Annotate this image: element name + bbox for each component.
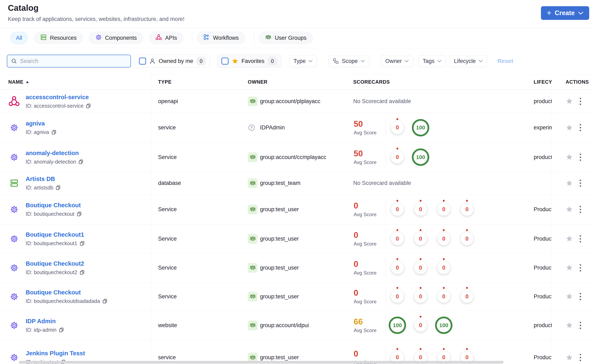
scorecard-check[interactable]: 0	[409, 232, 432, 245]
lifecycle-cell: Production	[524, 282, 552, 311]
kebab-menu-button[interactable]	[578, 353, 582, 362]
tab-components[interactable]: Components	[89, 32, 143, 44]
entity-name-link[interactable]: Boutique Checkout1	[26, 231, 84, 238]
scorecard-check[interactable]: 0	[386, 290, 409, 303]
scorecard-check[interactable]: 0	[455, 290, 479, 303]
kebab-menu-button[interactable]	[578, 204, 582, 214]
scorecard-check[interactable]: 100	[409, 148, 432, 166]
check-score-100: 100	[435, 317, 453, 334]
type-cell: Service	[152, 253, 248, 282]
scorecard-check[interactable]: 0	[409, 203, 432, 216]
reset-filters-button[interactable]: Reset	[497, 58, 513, 64]
kebab-menu-button[interactable]	[578, 97, 582, 106]
owned-by-me-filter[interactable]: Owned by me 0	[135, 55, 210, 68]
type-cell: service	[152, 113, 248, 142]
copy-icon[interactable]	[85, 103, 91, 109]
favorite-star-button[interactable]	[566, 322, 573, 329]
scorecard-check[interactable]: 0	[432, 232, 455, 245]
scorecard-check[interactable]: 0	[386, 203, 409, 216]
favorite-star-button[interactable]	[566, 124, 573, 132]
scorecard-check[interactable]: 0	[409, 317, 432, 334]
entity-name-link[interactable]: Jenkins Plugin Tesst	[26, 350, 85, 357]
scorecard-check[interactable]: 0	[386, 232, 409, 245]
copy-icon[interactable]	[79, 270, 85, 275]
scorecard-check[interactable]: 0	[386, 148, 409, 166]
favorite-star-button[interactable]	[566, 354, 573, 361]
entity-name-link[interactable]: Boutique Checkout	[26, 202, 81, 209]
copy-icon[interactable]	[59, 327, 64, 333]
scorecard-check[interactable]: 0	[432, 261, 455, 274]
scorecard-check[interactable]: 0	[432, 203, 455, 216]
owner-name: group:test_team	[260, 180, 300, 186]
favorite-star-button[interactable]	[566, 180, 573, 187]
column-header-type[interactable]: TYPE	[152, 74, 248, 90]
favorites-filter[interactable]: Favorites 0	[217, 55, 282, 68]
owned-by-me-checkbox[interactable]	[139, 57, 146, 65]
favorite-star-button[interactable]	[566, 235, 573, 242]
tab-apis[interactable]: APIs	[149, 32, 183, 44]
scorecard-check[interactable]: 0	[455, 203, 479, 216]
entity-name-link[interactable]: agniva	[26, 120, 45, 127]
tab-all[interactable]: All	[10, 32, 28, 44]
database-icon	[8, 179, 20, 188]
favorite-star-button[interactable]	[566, 293, 573, 300]
favorites-count: 0	[268, 56, 277, 66]
gear-icon	[8, 292, 20, 301]
kebab-menu-button[interactable]	[578, 292, 582, 301]
scorecard-check[interactable]: 0	[432, 290, 455, 303]
type-cell: database	[152, 172, 248, 194]
copy-icon[interactable]	[55, 185, 61, 190]
lifecycle-cell	[524, 172, 552, 194]
scorecard-check[interactable]: 0	[409, 290, 432, 303]
lifecycle-cell: Production	[524, 224, 552, 253]
kebab-menu-button[interactable]	[578, 178, 582, 188]
scope-dropdown[interactable]: Scope	[328, 55, 369, 67]
copy-icon[interactable]	[79, 241, 85, 246]
scorecards-cell: No Scorecard available	[353, 90, 524, 113]
copy-icon[interactable]	[51, 129, 57, 135]
scorecard-check[interactable]: 100	[409, 119, 432, 136]
tab-workflows[interactable]: Workflows	[197, 32, 245, 44]
tab-user-groups[interactable]: User Groups	[259, 32, 313, 44]
entity-name-link[interactable]: anomaly-detection	[26, 150, 79, 156]
scorecard-check[interactable]: 0	[409, 261, 432, 274]
owner-cell: group:test_user	[248, 224, 353, 253]
entity-name-link[interactable]: accesscontrol-service	[26, 94, 89, 100]
kebab-menu-button[interactable]	[578, 152, 582, 162]
entity-name-link[interactable]: Boutique Checkout	[26, 289, 81, 296]
search-input[interactable]	[20, 58, 127, 64]
create-button[interactable]: + Create	[541, 6, 589, 20]
table-row: accesscontrol-serviceID: accesscontrol-s…	[0, 90, 595, 113]
lifecycle-dropdown[interactable]: Lifecycle	[450, 55, 487, 67]
entity-name-link[interactable]: Artists DB	[26, 175, 55, 182]
tab-resources[interactable]: Resources	[34, 32, 83, 44]
favorite-star-button[interactable]	[566, 98, 573, 105]
copy-icon[interactable]	[77, 211, 82, 217]
favorite-star-button[interactable]	[566, 154, 573, 161]
favorite-star-button[interactable]	[566, 264, 573, 272]
favorite-star-button[interactable]	[566, 206, 573, 213]
scorecard-check[interactable]: 100	[386, 317, 409, 334]
favorites-checkbox[interactable]	[221, 57, 228, 65]
type-dropdown[interactable]: Type	[289, 55, 317, 67]
horizontal-scrollbar[interactable]	[19, 361, 503, 364]
tags-dropdown[interactable]: Tags	[418, 55, 446, 67]
kebab-menu-button[interactable]	[578, 321, 582, 330]
kebab-menu-button[interactable]	[578, 263, 582, 273]
copy-icon[interactable]	[102, 298, 108, 304]
copy-icon[interactable]	[78, 159, 84, 165]
kebab-menu-button[interactable]	[578, 234, 582, 244]
tab-label: Resources	[50, 35, 77, 41]
column-header-name[interactable]: NAME	[0, 74, 152, 90]
scorecard-check[interactable]: 0	[386, 261, 409, 274]
owner-dropdown[interactable]: Owner	[381, 55, 413, 67]
column-header-scorecards[interactable]: SCORECARDS	[353, 74, 524, 90]
entity-name-link[interactable]: Boutique Checkout2	[26, 260, 84, 267]
scorecard-check[interactable]: 0	[455, 232, 479, 245]
scorecard-check[interactable]: 100	[432, 317, 455, 334]
scorecard-check[interactable]: 0	[386, 119, 409, 136]
column-header-lifecycle[interactable]: LIFECYCLE	[524, 74, 552, 90]
entity-name-link[interactable]: IDP Admin	[26, 318, 56, 324]
kebab-menu-button[interactable]	[578, 123, 582, 133]
column-header-owner[interactable]: OWNER	[248, 74, 353, 90]
